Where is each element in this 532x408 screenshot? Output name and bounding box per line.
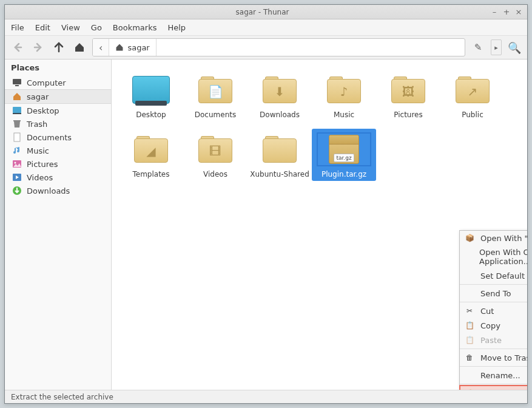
archive-icon: tar.gz [329,135,359,164]
cm-extract-here[interactable]: 📦 Extract Here [460,386,527,390]
file-label: Xubuntu-Shared [250,170,309,178]
file-label: Plugin.tar.gz [322,170,366,178]
sidebar-item-pictures[interactable]: Pictures [5,157,111,171]
svg-rect-5 [14,133,20,141]
sidebar-item-videos[interactable]: Videos [5,171,111,184]
sidebar-item-computer[interactable]: Computer [5,76,111,89]
file-item-pictures[interactable]: 🖼Pictures [376,69,440,121]
folder-icon: 🖼 [391,76,425,103]
svg-rect-4 [13,120,21,121]
file-label: Music [334,110,354,119]
folder-icon: ◢ [134,136,168,163]
menu-bookmarks[interactable]: Bookmarks [113,23,157,32]
window: sagar - Thunar – + × File Edit View Go B… [4,4,528,404]
pencil-icon: ✎ [474,42,482,53]
back-button[interactable] [10,39,25,55]
menu-file[interactable]: File [11,23,24,32]
sidebar-item-music[interactable]: Music [5,144,111,157]
file-item-public[interactable]: ↗Public [440,69,505,121]
forward-button[interactable] [30,39,46,55]
sidebar-item-desktop[interactable]: Desktop [5,104,111,117]
svg-point-7 [15,162,16,164]
close-button[interactable]: × [514,7,524,17]
menubar: File Edit View Go Bookmarks Help [5,19,527,35]
file-item-music[interactable]: ♪Music [312,69,376,121]
separator [460,302,527,302]
sidebar-item-label: sagar [27,92,49,101]
location-label: sagar [127,43,149,52]
file-view[interactable]: Desktop📄Documents⬇Downloads♪Music🖼Pictur… [112,59,527,390]
cm-open-with-xarchiver[interactable]: 📦 Open With "Xarchiver" [460,231,527,245]
file-item-downloads[interactable]: ⬇Downloads [247,69,312,121]
sidebar-item-sagar[interactable]: sagar [5,89,111,104]
maximize-button[interactable]: + [502,7,511,17]
file-label: Videos [203,170,227,178]
scissors-icon: ✂ [465,306,474,316]
file-item-documents[interactable]: 📄Documents [183,69,247,121]
cm-rename[interactable]: Rename... [460,368,527,382]
sidebar-item-label: Trash [27,120,47,129]
file-item-xubuntu-shared[interactable]: Xubuntu-Shared [247,129,312,181]
home-button[interactable] [72,39,87,55]
sidebar-item-downloads[interactable]: Downloads [5,184,111,197]
svg-rect-0 [13,79,21,84]
search-icon: 🔍 [508,41,521,54]
location-back-segment[interactable]: ‹ [93,39,109,56]
location-overflow-button[interactable]: ▸ [491,39,502,55]
desktop-icon [132,76,170,104]
folder-icon [263,136,297,163]
sidebar: Places ComputersagarDesktopTrashDocument… [5,59,112,390]
status-text: Extract the selected archive [11,393,113,401]
cm-send-to[interactable]: Send To ▶ [460,286,527,301]
separator [460,348,527,349]
svg-rect-2 [13,107,21,113]
chevron-right-icon: ▸ [494,44,498,52]
location-current-segment[interactable]: sagar [109,39,156,56]
file-label: Downloads [260,110,300,119]
folder-icon: 📄 [198,76,232,103]
menu-edit[interactable]: Edit [35,23,50,32]
music-icon [12,146,22,155]
chevron-left-icon: ‹ [99,42,103,53]
minimize-button[interactable]: – [490,7,499,17]
cm-highlight-group: 📦 Extract Here 📦 Extract To... 📦 Create … [459,385,527,390]
svg-rect-3 [13,113,21,114]
context-menu: 📦 Open With "Xarchiver" Open With Other … [459,230,527,390]
folder-icon: ↗ [456,76,490,103]
menu-help[interactable]: Help [167,23,186,32]
separator [460,284,527,285]
separator [460,366,527,367]
folder-icon: ♪ [327,76,361,103]
edit-path-button[interactable]: ✎ [470,39,486,55]
file-label: Public [462,110,483,119]
sidebar-item-label: Videos [27,173,53,182]
cm-open-with-other[interactable]: Open With Other Application... [460,245,527,268]
file-item-desktop[interactable]: Desktop [119,69,183,121]
sidebar-item-label: Computer [27,78,66,87]
cm-cut[interactable]: ✂ Cut [460,304,527,318]
file-item-plugin-tar-gz[interactable]: tar.gzPlugin.tar.gz [312,129,376,181]
cm-copy[interactable]: 📋 Copy [460,318,527,333]
sidebar-item-trash[interactable]: Trash [5,117,111,131]
videos-icon [12,172,22,182]
toolbar: ‹ sagar ✎ ▸ 🔍 [5,35,527,59]
trash-icon [12,119,22,129]
sidebar-item-documents[interactable]: Documents [5,131,111,144]
cm-move-to-trash[interactable]: 🗑 Move to Trash [460,350,527,365]
search-button[interactable]: 🔍 [507,39,522,55]
file-item-videos[interactable]: 🎞Videos [183,129,247,181]
cm-paste: 📋 Paste [460,333,527,347]
up-button[interactable] [51,39,67,55]
menu-go[interactable]: Go [91,23,102,32]
menu-view[interactable]: View [61,23,80,32]
extract-icon: 📦 [465,389,475,390]
location-bar[interactable]: ‹ sagar [92,38,465,56]
cm-set-default[interactable]: Set Default Application... [460,268,527,283]
sidebar-item-label: Pictures [27,160,58,169]
sidebar-item-label: Desktop [27,106,59,115]
home-icon [115,43,124,52]
desktop-icon [12,106,22,115]
sidebar-item-label: Documents [27,133,72,142]
file-item-templates[interactable]: ◢Templates [119,129,183,181]
folder-icon: ⬇ [263,76,297,103]
